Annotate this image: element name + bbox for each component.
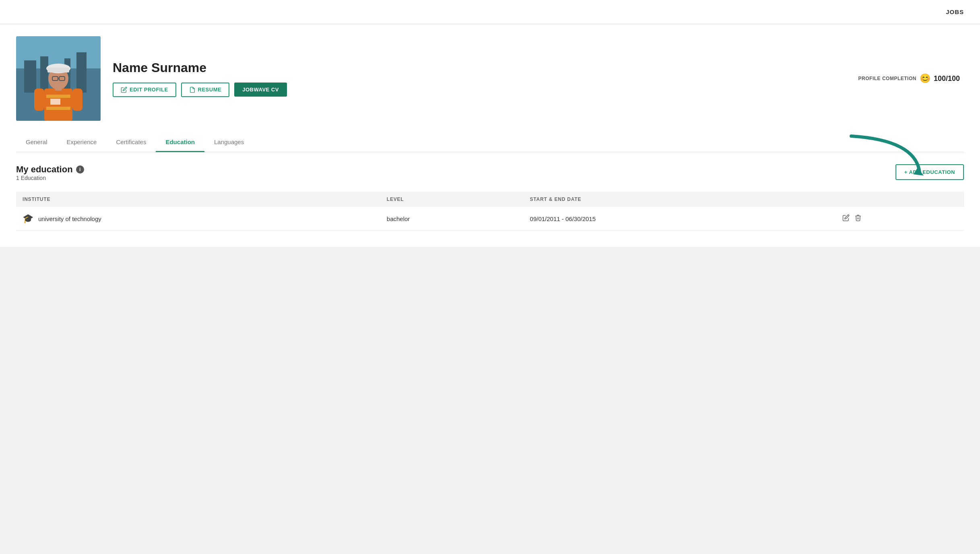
svg-rect-17 xyxy=(34,89,44,111)
svg-rect-4 xyxy=(76,52,87,93)
institute-cell: 🎓 university of technology xyxy=(16,207,380,231)
svg-rect-3 xyxy=(40,56,48,93)
profile-header: Name Surname EDIT PROFILE xyxy=(16,36,964,121)
main-content: Name Surname EDIT PROFILE xyxy=(0,24,980,247)
tab-languages[interactable]: Languages xyxy=(204,133,254,152)
completion-score: 100/100 xyxy=(934,74,960,83)
add-education-button[interactable]: + ADD EDUCATION xyxy=(895,164,964,180)
graduation-icon: 🎓 xyxy=(23,213,33,224)
avatar-svg xyxy=(16,36,101,121)
svg-rect-2 xyxy=(24,60,36,93)
profile-name: Name Surname xyxy=(113,60,846,75)
actions-cell xyxy=(836,207,964,231)
col-level: LEVEL xyxy=(380,192,524,207)
edit-row-icon xyxy=(842,214,850,221)
section-title-group: My education i 1 Education xyxy=(16,164,84,189)
education-section: My education i 1 Education + ADD EDUCATI… xyxy=(16,164,964,231)
info-icon[interactable]: i xyxy=(76,165,84,174)
action-icons xyxy=(842,214,957,223)
section-header: My education i 1 Education + ADD EDUCATI… xyxy=(16,164,964,189)
institute-name: university of technology xyxy=(38,215,101,222)
tab-experience[interactable]: Experience xyxy=(57,133,106,152)
tab-navigation: General Experience Certificates Educatio… xyxy=(16,133,964,152)
level-cell: bachelor xyxy=(380,207,524,231)
institute-cell-inner: 🎓 university of technology xyxy=(23,213,374,224)
date-cell: 09/01/2011 - 06/30/2015 xyxy=(524,207,836,231)
table-header-row: INSTITUTE LEVEL START & END DATE xyxy=(16,192,964,207)
table-head: INSTITUTE LEVEL START & END DATE xyxy=(16,192,964,207)
profile-avatar xyxy=(16,36,101,121)
col-institute: INSTITUTE xyxy=(16,192,380,207)
profile-info: Name Surname EDIT PROFILE xyxy=(113,60,846,97)
resume-button[interactable]: RESUME xyxy=(181,83,230,97)
svg-rect-8 xyxy=(46,107,70,110)
profile-buttons: EDIT PROFILE RESUME JOBWAVE CV xyxy=(113,83,846,97)
edit-profile-button[interactable]: EDIT PROFILE xyxy=(113,83,176,97)
page-wrapper: JOBS xyxy=(0,0,980,247)
education-table: INSTITUTE LEVEL START & END DATE 🎓 unive… xyxy=(16,192,964,231)
tab-general[interactable]: General xyxy=(16,133,57,152)
avatar-image xyxy=(16,36,101,121)
edit-row-button[interactable] xyxy=(842,214,850,223)
svg-rect-7 xyxy=(46,95,70,98)
col-date: START & END DATE xyxy=(524,192,836,207)
svg-rect-9 xyxy=(50,99,60,105)
svg-rect-16 xyxy=(47,68,69,72)
delete-row-button[interactable] xyxy=(854,214,862,223)
top-nav: JOBS xyxy=(0,0,980,24)
edit-icon xyxy=(121,87,127,93)
svg-rect-18 xyxy=(72,89,83,111)
tab-education[interactable]: Education xyxy=(156,133,204,152)
table-body: 🎓 university of technology bachelor 09/0… xyxy=(16,207,964,231)
profile-completion: PROFILE COMPLETION 😊 100/100 xyxy=(858,73,964,84)
education-count: 1 Education xyxy=(16,175,84,181)
smiley-icon: 😊 xyxy=(920,73,930,84)
completion-label: PROFILE COMPLETION xyxy=(858,76,916,81)
document-icon xyxy=(189,87,196,93)
jobwave-cv-button[interactable]: JOBWAVE CV xyxy=(234,83,287,97)
table-row: 🎓 university of technology bachelor 09/0… xyxy=(16,207,964,231)
col-actions xyxy=(836,192,964,207)
jobs-nav-link[interactable]: JOBS xyxy=(946,8,964,15)
section-title: My education i xyxy=(16,164,84,175)
trash-icon xyxy=(854,214,862,221)
tab-certificates[interactable]: Certificates xyxy=(106,133,156,152)
